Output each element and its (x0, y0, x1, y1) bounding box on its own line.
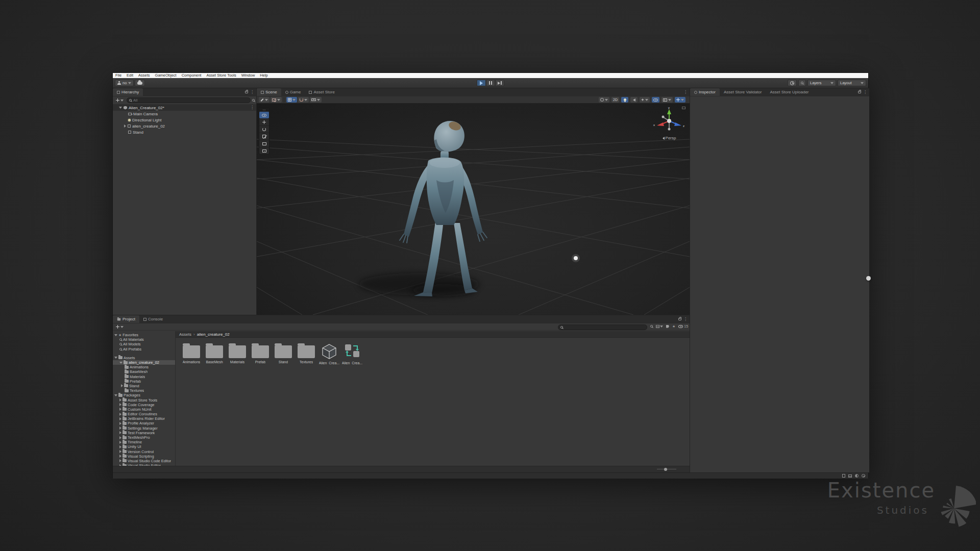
breadcrumb-root[interactable]: Assets (179, 332, 191, 337)
step-button[interactable] (495, 80, 504, 86)
panel-menu-icon[interactable]: ⋮ (683, 317, 688, 321)
lock-icon[interactable] (245, 91, 248, 93)
scene-viewport[interactable]: y x z Persp (257, 104, 690, 315)
expand-arrow-icon[interactable] (119, 408, 121, 411)
expand-arrow-icon[interactable] (119, 455, 121, 458)
label-tag-icon[interactable] (666, 325, 669, 328)
collapse-arrow-icon[interactable] (119, 107, 122, 109)
favorites-star-icon[interactable] (672, 324, 675, 328)
asset-folder-prefab[interactable]: Prefab (250, 343, 271, 365)
collapse-arrow-icon[interactable] (114, 334, 117, 336)
layout-dropdown[interactable]: Layout (838, 80, 866, 86)
move-tool-button[interactable] (259, 118, 269, 126)
tab-hierarchy[interactable]: Hierarchy (113, 88, 143, 96)
asset-unitypackage[interactable]: Alien_Crea... (318, 343, 340, 365)
gizmo-menu-icon[interactable] (682, 107, 685, 109)
hierarchy-row-main-camera[interactable]: Main Camera (113, 111, 256, 117)
view-tool-button[interactable] (259, 111, 269, 118)
tree-row-pkg[interactable]: Timeline (113, 440, 175, 444)
camera-settings-dropdown[interactable] (271, 97, 282, 103)
orientation-gizmo[interactable]: y x z Persp (653, 107, 685, 140)
collapse-arrow-icon[interactable] (114, 357, 117, 359)
lock-icon[interactable] (678, 318, 681, 320)
asset-folder-stand[interactable]: Stand (273, 343, 294, 365)
tree-row-animations[interactable]: Animations (113, 365, 175, 369)
tree-row-stand[interactable]: Stand (113, 384, 175, 388)
expand-arrow-icon[interactable] (124, 124, 126, 128)
scene-options-icon[interactable]: ⋮ (250, 106, 254, 110)
hierarchy-row-directional-light[interactable]: Directional Light (113, 117, 256, 123)
expand-arrow-icon[interactable] (119, 427, 121, 430)
tree-row-alien-creature-02[interactable]: alien_creature_02 (113, 360, 175, 365)
tree-row-pkg[interactable]: Asset Store Tools (113, 397, 175, 402)
tree-row-pkg[interactable]: Unity UI (113, 444, 175, 449)
package-visibility-dropdown[interactable] (656, 325, 663, 328)
2d-toggle[interactable]: 2D (611, 97, 619, 103)
expand-arrow-icon[interactable] (119, 403, 121, 406)
slider-knob[interactable] (664, 468, 667, 471)
tree-row-all-models[interactable]: All Models (113, 342, 175, 346)
gizmos-dropdown[interactable] (675, 97, 685, 103)
menu-assets[interactable]: Assets (136, 73, 153, 78)
icon-size-slider[interactable] (657, 469, 676, 469)
expand-arrow-icon[interactable] (119, 422, 121, 425)
tree-row-favorites[interactable]: Favorites (113, 333, 175, 337)
tree-row-packages[interactable]: Packages (113, 393, 175, 397)
tree-row-all-prefabs[interactable]: All Prefabs (113, 347, 175, 352)
expand-arrow-icon[interactable] (119, 459, 121, 462)
tree-row-all-materials[interactable]: All Materials (113, 337, 175, 342)
menu-edit[interactable]: Edit (124, 73, 136, 78)
account-dropdown[interactable]: no (115, 80, 134, 86)
tree-row-pkg[interactable]: Profile Analyzer (113, 421, 175, 425)
cloud-services-button[interactable] (135, 80, 145, 86)
collapse-arrow-icon[interactable] (114, 394, 117, 396)
tab-scene[interactable]: Scene (257, 88, 281, 96)
play-button[interactable] (477, 80, 486, 86)
tree-row-pkg[interactable]: Visual Studio Code Editor (113, 459, 175, 463)
increment-snap-dropdown[interactable] (310, 97, 322, 103)
tab-asset-store-uploader[interactable]: Asset Store Uploader (766, 88, 813, 96)
panel-menu-icon[interactable]: ⋮ (683, 90, 688, 94)
tab-asset-store-validator[interactable]: Asset Store Validator (720, 88, 766, 96)
layers-dropdown[interactable]: Layers (807, 80, 836, 86)
tree-row-prefab[interactable]: Prefab (113, 379, 175, 384)
rotate-tool-button[interactable] (259, 126, 269, 133)
expand-arrow-icon[interactable] (119, 413, 121, 416)
tab-game[interactable]: Game (281, 88, 305, 96)
menu-file[interactable]: File (113, 73, 124, 78)
tree-row-materials[interactable]: Materials (113, 374, 175, 379)
status-console-icon[interactable] (842, 474, 845, 478)
hierarchy-row-alien-creature[interactable]: alien_creature_02 (113, 123, 256, 129)
asset-linked-package[interactable]: Alien_Crea... (341, 343, 363, 365)
tab-asset-store[interactable]: Asset Store (305, 88, 338, 96)
panel-menu-icon[interactable]: ⋮ (863, 90, 867, 94)
grid-visibility-dropdown[interactable] (286, 97, 297, 103)
pause-button[interactable] (486, 80, 495, 86)
menu-component[interactable]: Component (179, 73, 204, 78)
draw-mode-dropdown[interactable] (599, 97, 609, 103)
tree-row-textures[interactable]: Textures (113, 388, 175, 393)
undo-history-button[interactable] (788, 80, 797, 86)
project-search-input[interactable] (565, 325, 645, 330)
expand-arrow-icon[interactable] (119, 436, 121, 439)
scale-tool-button[interactable] (259, 133, 269, 140)
tab-project[interactable]: Project (113, 315, 139, 323)
asset-folder-basemesh[interactable]: BaseMesh (204, 343, 225, 365)
camera-view-dropdown[interactable] (662, 97, 673, 103)
expand-arrow-icon[interactable] (119, 450, 121, 453)
tool-settings-dropdown[interactable] (259, 97, 270, 103)
status-package-icon[interactable] (848, 474, 852, 478)
audio-toggle[interactable] (630, 97, 638, 103)
projection-mode-label[interactable]: Persp (653, 136, 685, 140)
panel-menu-icon[interactable]: ⋮ (250, 90, 254, 94)
asset-folder-materials[interactable]: Materials (227, 343, 248, 365)
expand-arrow-icon[interactable] (119, 431, 121, 434)
expand-arrow-icon[interactable] (119, 441, 121, 444)
lock-icon[interactable] (858, 91, 861, 93)
scene-picking-icon[interactable] (252, 99, 255, 102)
status-progress-icon[interactable] (855, 474, 859, 478)
lighting-toggle[interactable] (621, 97, 628, 103)
snap-settings-dropdown[interactable] (298, 97, 309, 103)
tree-row-pkg[interactable]: Editor Coroutines (113, 412, 175, 416)
expand-arrow-icon[interactable] (119, 398, 121, 402)
